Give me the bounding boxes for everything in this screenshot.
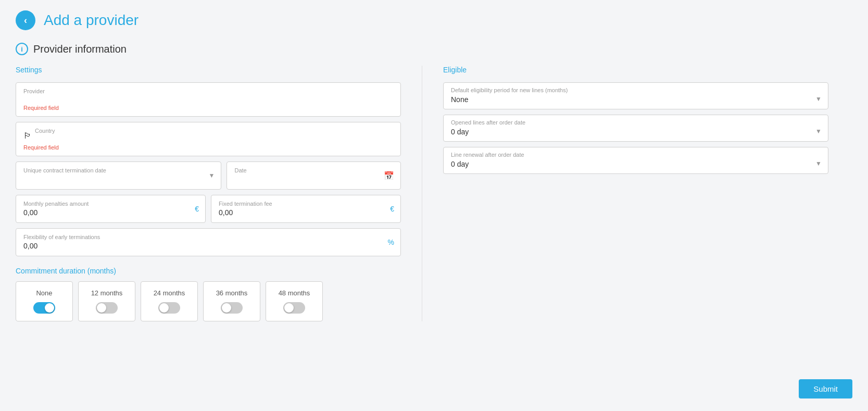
opened-lines-label: Opened lines after order date: [451, 119, 821, 126]
commitment-card-label-3: 36 months: [216, 289, 248, 297]
commitment-card-label-4: 48 months: [279, 289, 310, 297]
page-title: Add a provider: [44, 12, 139, 29]
provider-field: Provider Required field: [16, 82, 401, 117]
fixed-termination-input[interactable]: [219, 208, 393, 217]
opened-lines-field: Opened lines after order date 0 day ▼: [443, 115, 828, 142]
date-input[interactable]: [234, 175, 393, 183]
provider-label: Provider: [23, 88, 393, 94]
commitment-toggle-knob-1: [97, 303, 106, 313]
commitment-toggle-2[interactable]: [158, 302, 180, 314]
flexibility-label: Flexibility of early terminations: [23, 234, 393, 240]
country-input[interactable]: [35, 135, 126, 144]
opened-lines-value: 0 day: [451, 128, 821, 136]
commitment-card-4: 48 months: [266, 281, 323, 321]
country-required: Required field: [23, 144, 393, 151]
date-field: Date 📅: [227, 161, 401, 190]
flexibility-unit: %: [388, 238, 394, 246]
commitment-card-1: 12 months: [78, 281, 135, 321]
termination-date-input[interactable]: [23, 175, 213, 183]
monthly-penalties-field: Monthly penalties amount €: [16, 195, 206, 223]
commitment-toggle-knob-2: [159, 303, 169, 313]
back-button[interactable]: ‹: [16, 10, 35, 30]
commitment-card-0: None: [16, 281, 73, 321]
panel-divider: [422, 66, 422, 321]
monthly-penalties-input[interactable]: [23, 208, 198, 217]
flexibility-input[interactable]: [23, 242, 393, 250]
monthly-penalties-label: Monthly penalties amount: [23, 201, 198, 207]
eligibility-field: Default eligibility period for new lines…: [443, 82, 828, 109]
info-icon: i: [16, 43, 28, 55]
commitment-card-label-0: None: [36, 289, 52, 297]
commitment-label: Commitment duration (months): [16, 267, 401, 275]
eligibility-label: Default eligibility period for new lines…: [451, 87, 821, 93]
commitment-card-2: 24 months: [141, 281, 198, 321]
calendar-icon[interactable]: 📅: [384, 171, 394, 181]
eligibility-arrow[interactable]: ▼: [815, 95, 822, 103]
country-label: Country: [35, 128, 126, 134]
flag-icon: 🏳: [23, 131, 32, 141]
commitment-toggle-4[interactable]: [283, 302, 305, 314]
opened-lines-arrow[interactable]: ▼: [815, 128, 822, 135]
submit-button[interactable]: Submit: [799, 379, 852, 398]
country-field: 🏳 Country Required field: [16, 122, 401, 156]
termination-date-field: Unique contract termination date ▼: [16, 161, 221, 190]
provider-required: Required field: [23, 105, 393, 111]
commitment-toggle-1[interactable]: [96, 302, 118, 314]
commitment-toggle-knob-3: [222, 303, 231, 313]
commitment-card-label-1: 12 months: [91, 289, 123, 297]
commitment-card-label-2: 24 months: [154, 289, 185, 297]
date-label: Date: [234, 167, 393, 173]
line-renewal-value: 0 day: [451, 160, 821, 168]
section-header: i Provider information: [16, 43, 852, 55]
eligibility-value: None: [451, 95, 821, 104]
settings-label: Settings: [16, 66, 401, 74]
line-renewal-field: Line renewal after order date 0 day ▼: [443, 147, 828, 174]
termination-date-arrow: ▼: [209, 172, 215, 179]
line-renewal-label: Line renewal after order date: [451, 152, 821, 158]
flexibility-field: Flexibility of early terminations %: [16, 228, 401, 256]
line-renewal-arrow[interactable]: ▼: [815, 160, 822, 167]
fixed-termination-label: Fixed termination fee: [219, 201, 393, 207]
commitment-cards: None12 months24 months36 months48 months: [16, 281, 401, 321]
fixed-termination-field: Fixed termination fee €: [211, 195, 401, 223]
section-title-text: Provider information: [33, 43, 127, 55]
commitment-toggle-knob-0: [45, 303, 54, 313]
commitment-toggle-0[interactable]: [33, 302, 55, 314]
termination-date-label: Unique contract termination date: [23, 167, 213, 173]
commitment-card-3: 36 months: [203, 281, 260, 321]
commitment-toggle-3[interactable]: [221, 302, 243, 314]
eligible-label: Eligible: [443, 66, 828, 74]
provider-input[interactable]: [23, 96, 393, 104]
fixed-termination-currency: €: [390, 205, 394, 213]
back-icon: ‹: [24, 15, 27, 26]
monthly-penalties-currency: €: [195, 205, 199, 213]
commitment-toggle-knob-4: [284, 303, 294, 313]
